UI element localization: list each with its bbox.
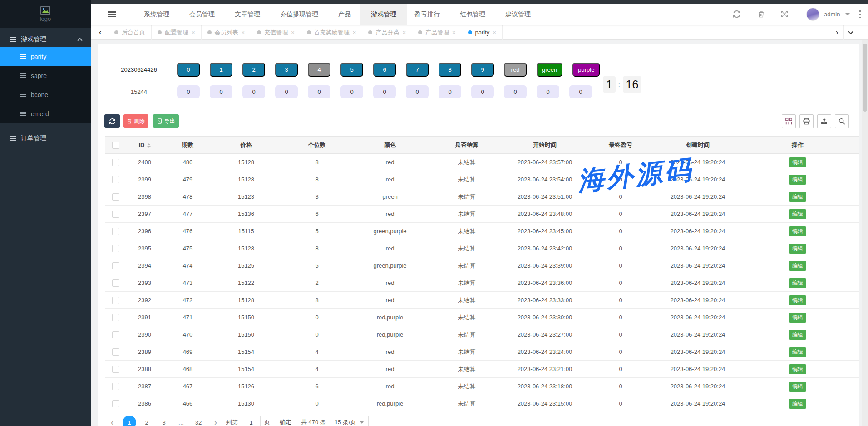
pick-button-2[interactable]: 2 bbox=[242, 63, 265, 77]
row-checkbox[interactable] bbox=[112, 228, 119, 235]
edit-button[interactable]: 编辑 bbox=[789, 192, 806, 202]
sidebar-item-parity[interactable]: parity bbox=[0, 47, 91, 66]
tab-充值管理[interactable]: 充值管理× bbox=[251, 25, 301, 40]
pick-button-9[interactable]: 9 bbox=[471, 63, 494, 77]
tab-配置管理[interactable]: 配置管理× bbox=[152, 25, 202, 40]
pick-button-4[interactable]: 4 bbox=[308, 63, 330, 77]
select-all-checkbox[interactable] bbox=[112, 142, 119, 149]
pick-button-3[interactable]: 3 bbox=[275, 63, 298, 77]
row-checkbox[interactable] bbox=[112, 314, 119, 321]
row-checkbox[interactable] bbox=[112, 193, 119, 201]
close-icon[interactable]: × bbox=[493, 29, 496, 36]
row-checkbox[interactable] bbox=[112, 245, 119, 252]
sort-icon[interactable] bbox=[147, 143, 151, 148]
more-menu-icon[interactable] bbox=[859, 10, 861, 19]
page-number-32[interactable]: 32 bbox=[192, 416, 205, 426]
tab-parity[interactable]: parity× bbox=[462, 25, 503, 40]
page-next-icon[interactable]: › bbox=[209, 416, 222, 426]
tab-产品分类[interactable]: 产品分类× bbox=[362, 25, 412, 40]
pick-button-5[interactable]: 5 bbox=[340, 63, 363, 77]
sidebar-item-bcone[interactable]: bcone bbox=[0, 85, 91, 104]
pick-button-red[interactable]: red bbox=[504, 63, 527, 77]
nav-item-3[interactable]: 充值提现管理 bbox=[269, 4, 329, 25]
tab-会员列表[interactable]: 会员列表× bbox=[202, 25, 252, 40]
edit-button[interactable]: 编辑 bbox=[789, 382, 806, 392]
close-icon[interactable]: × bbox=[452, 29, 456, 36]
close-icon[interactable]: × bbox=[291, 29, 295, 36]
close-icon[interactable]: × bbox=[402, 29, 406, 36]
pick-button-green[interactable]: green bbox=[537, 63, 562, 77]
nav-item-2[interactable]: 文章管理 bbox=[224, 4, 271, 25]
fullscreen-icon[interactable] bbox=[780, 10, 789, 19]
nav-item-7[interactable]: 红包管理 bbox=[449, 4, 496, 25]
close-icon[interactable]: × bbox=[242, 29, 245, 36]
row-checkbox[interactable] bbox=[112, 176, 119, 183]
trash-icon[interactable] bbox=[757, 10, 766, 19]
row-checkbox[interactable] bbox=[112, 279, 119, 287]
page-prev-icon[interactable]: ‹ bbox=[105, 416, 119, 426]
refresh-button[interactable] bbox=[104, 114, 120, 128]
tabs-scroll-left-icon[interactable]: ‹ bbox=[94, 25, 106, 40]
edit-button[interactable]: 编辑 bbox=[789, 261, 806, 271]
goto-page-input[interactable] bbox=[242, 416, 261, 426]
row-checkbox[interactable] bbox=[112, 366, 119, 373]
chevron-down-icon[interactable] bbox=[845, 13, 850, 15]
sidebar-item-sapre[interactable]: sapre bbox=[0, 66, 91, 85]
edit-button[interactable]: 编辑 bbox=[789, 330, 806, 340]
sidebar-group-game-management[interactable]: 游戏管理 bbox=[0, 32, 91, 47]
edit-button[interactable]: 编辑 bbox=[789, 226, 806, 236]
sidebar-group-order-management[interactable]: 订单管理 bbox=[0, 131, 91, 146]
edit-button[interactable]: 编辑 bbox=[789, 278, 806, 288]
row-checkbox[interactable] bbox=[112, 211, 119, 218]
edit-button[interactable]: 编辑 bbox=[789, 295, 806, 305]
nav-item-4[interactable]: 产品 bbox=[327, 4, 362, 25]
menu-toggle-icon[interactable] bbox=[108, 11, 116, 17]
edit-button[interactable]: 编辑 bbox=[789, 347, 806, 357]
delete-button[interactable]: 删除 bbox=[123, 114, 148, 128]
edit-button[interactable]: 编辑 bbox=[789, 157, 806, 167]
search-icon[interactable] bbox=[835, 114, 849, 128]
pick-button-6[interactable]: 6 bbox=[373, 63, 396, 77]
row-checkbox[interactable] bbox=[112, 297, 119, 304]
pick-button-purple[interactable]: purple bbox=[572, 63, 600, 77]
row-checkbox[interactable] bbox=[112, 262, 119, 269]
print-icon[interactable] bbox=[799, 114, 814, 128]
pick-button-7[interactable]: 7 bbox=[406, 63, 429, 77]
pick-button-8[interactable]: 8 bbox=[439, 63, 461, 77]
row-checkbox[interactable] bbox=[112, 348, 119, 356]
nav-item-1[interactable]: 会员管理 bbox=[178, 4, 226, 25]
per-page-select[interactable]: 15 条/页 bbox=[330, 416, 369, 426]
tabs-dropdown-icon[interactable] bbox=[843, 25, 857, 40]
export-button[interactable]: 导出 bbox=[153, 114, 179, 128]
edit-button[interactable]: 编辑 bbox=[789, 244, 806, 254]
columns-icon[interactable] bbox=[782, 114, 796, 128]
page-number-3[interactable]: 3 bbox=[157, 416, 171, 426]
scrollbar-thumb[interactable] bbox=[863, 44, 867, 112]
vertical-scrollbar[interactable] bbox=[862, 40, 868, 426]
nav-item-5[interactable]: 游戏管理 bbox=[360, 4, 407, 25]
edit-button[interactable]: 编辑 bbox=[789, 209, 806, 219]
user-avatar[interactable] bbox=[806, 8, 819, 21]
page-number-1[interactable]: 1 bbox=[123, 416, 136, 426]
close-icon[interactable]: × bbox=[192, 29, 195, 36]
tab-产品管理[interactable]: 产品管理× bbox=[412, 25, 462, 40]
tab-后台首页[interactable]: 后台首页 bbox=[108, 25, 152, 40]
refresh-icon[interactable] bbox=[732, 10, 741, 19]
edit-button[interactable]: 编辑 bbox=[789, 364, 806, 374]
tabs-scroll-right-icon[interactable]: › bbox=[830, 25, 843, 40]
sidebar-item-emerd[interactable]: emerd bbox=[0, 104, 91, 123]
nav-item-0[interactable]: 系统管理 bbox=[133, 4, 180, 25]
pick-button-0[interactable]: 0 bbox=[177, 63, 200, 77]
tab-首充奖励管理[interactable]: 首充奖励管理× bbox=[301, 25, 363, 40]
edit-button[interactable]: 编辑 bbox=[789, 175, 806, 185]
nav-item-8[interactable]: 建议管理 bbox=[494, 4, 542, 25]
user-name[interactable]: admin bbox=[824, 4, 840, 25]
row-checkbox[interactable] bbox=[112, 383, 119, 390]
row-checkbox[interactable] bbox=[112, 400, 119, 407]
close-icon[interactable]: × bbox=[353, 29, 356, 36]
row-checkbox[interactable] bbox=[112, 159, 119, 166]
nav-item-6[interactable]: 盈亏排行 bbox=[404, 4, 451, 25]
edit-button[interactable]: 编辑 bbox=[789, 313, 806, 323]
export-file-icon[interactable] bbox=[817, 114, 831, 128]
edit-button[interactable]: 编辑 bbox=[789, 399, 806, 409]
